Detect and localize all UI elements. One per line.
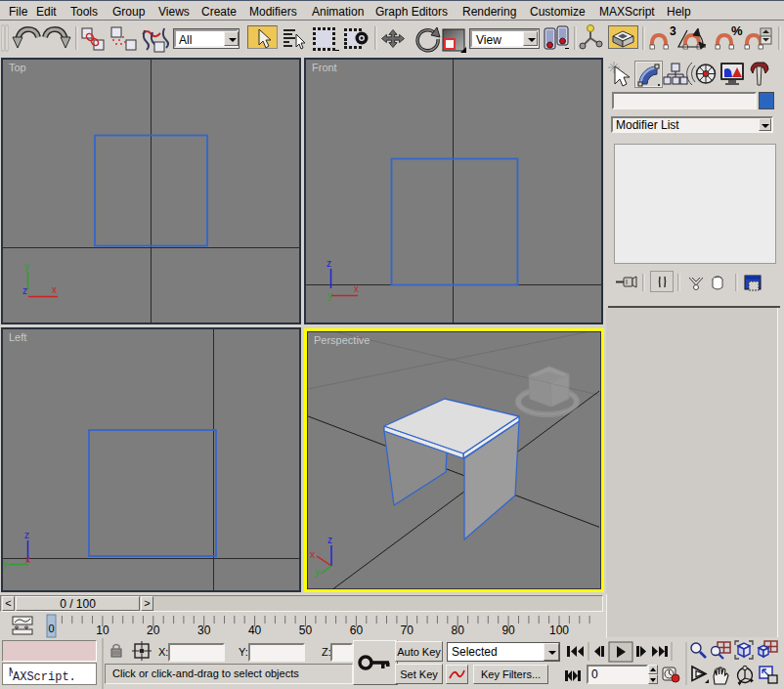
svg-text:x: x: [25, 554, 30, 565]
svg-text:z: z: [327, 535, 332, 545]
svg-text:60: 60: [350, 624, 364, 637]
svg-text:%: %: [731, 23, 743, 38]
svg-text:z: z: [24, 530, 29, 540]
svg-text:70: 70: [401, 624, 414, 637]
svg-text:50: 50: [299, 624, 313, 637]
svg-text:z: z: [22, 285, 27, 296]
svg-text:10: 10: [96, 624, 109, 637]
svg-text:y: y: [315, 567, 320, 578]
svg-text:y: y: [24, 261, 29, 272]
svg-text:3: 3: [670, 24, 676, 38]
svg-text:x: x: [52, 284, 57, 295]
svg-text:20: 20: [147, 624, 160, 637]
svg-text:x: x: [354, 283, 359, 294]
svg-text:y: y: [3, 558, 8, 569]
svg-text:40: 40: [248, 624, 262, 637]
svg-text:90: 90: [501, 624, 515, 637]
svg-text:80: 80: [452, 624, 465, 637]
svg-text:30: 30: [197, 624, 211, 637]
svg-text:100: 100: [549, 624, 569, 637]
svg-text:x: x: [310, 549, 315, 560]
svg-text:z: z: [327, 258, 331, 269]
svg-text:0: 0: [48, 623, 54, 634]
